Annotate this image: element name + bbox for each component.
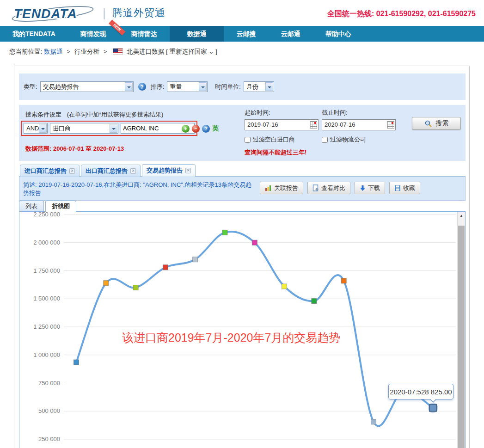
tab-line-chart-view[interactable]: 折线图	[45, 201, 76, 212]
filter-logistics-label: 过滤物流公司	[330, 135, 366, 144]
logo-divider: |	[103, 6, 106, 20]
filter-blank-label: 过滤空白进口商	[253, 135, 295, 144]
data-point-tooltip: 2020-07:528 825.00	[388, 384, 453, 399]
breadcrumb-separator: >	[104, 48, 107, 55]
tab-label: 进口商汇总报告	[25, 167, 67, 175]
trend-chart-area: 2 250 0002 000 0001 750 0001 500 0001 25…	[19, 211, 466, 448]
chevron-down-icon[interactable]	[265, 82, 273, 91]
query-interval-warning: 查询间隔不能超过三年!	[245, 148, 306, 157]
y-axis-tick: 750 000	[19, 380, 60, 387]
report-summary-bar: 简述: 2019-07-16-2020-07-16,在北美进口商: "AGRON…	[19, 177, 466, 201]
data-range-text: 数据范围: 2006-07-01 至 2020-07-13	[25, 145, 124, 153]
chevron-down-icon[interactable]	[125, 82, 133, 91]
search-condition-title: 搜索条件设定 (在单词中加*用以获得更多搜索结果)	[25, 110, 163, 119]
button-label: 关联报告	[274, 184, 298, 192]
nav-item-cloud-mail[interactable]: 云邮通	[269, 26, 313, 42]
start-date-group: 起始时间: 2019-07-16	[245, 109, 319, 130]
us-flag-icon	[113, 48, 123, 55]
summary-buttons: 关联报告 查看对比 下载	[260, 182, 420, 194]
filter-logistics: 过滤物流公司	[322, 135, 366, 144]
breadcrumb-link-industry[interactable]: 行业分析	[74, 48, 99, 55]
report-tab-strip: 进口商汇总报告 ✕ 出口商汇总报告 ✕ 交易趋势报告 ✕	[19, 164, 466, 177]
tab-trade-trend[interactable]: 交易趋势报告 ✕	[142, 164, 196, 177]
sort-value: 重量	[170, 83, 182, 90]
search-hint: (在单词中加*用以获得更多搜索结果)	[67, 111, 164, 118]
view-compare-button[interactable]: 查看对比	[307, 182, 350, 194]
language-toggle-button[interactable]: 英	[212, 124, 219, 133]
nav-item-help-center[interactable]: 帮助中心	[313, 26, 364, 42]
add-condition-icon[interactable]: +	[182, 125, 190, 133]
close-icon[interactable]: ✕	[130, 168, 136, 174]
calendar-icon[interactable]	[310, 121, 317, 129]
y-axis-tick: 2 250 000	[19, 211, 60, 218]
save-floppy-icon	[394, 185, 401, 191]
summary-label: 简述:	[23, 181, 37, 188]
tab-list-view[interactable]: 列表	[19, 201, 44, 211]
field-value: 进口商	[53, 125, 71, 132]
operator-select[interactable]: AND	[24, 123, 48, 134]
reselect-country-button[interactable]: [ 重新选择国家 ⌄ ]	[166, 48, 217, 55]
remove-condition-icon[interactable]: −	[192, 125, 200, 133]
main-nav: 我的TENDATA 商情发现 NEW 商情雷达 数据通 云邮搜 云邮通 帮助中心	[0, 26, 484, 42]
end-date-input[interactable]: 2020-07-16	[322, 119, 396, 130]
related-report-button[interactable]: 关联报告	[260, 182, 303, 194]
filter-blank-checkbox[interactable]	[245, 137, 251, 143]
nav-item-label: 商情发现	[80, 30, 106, 37]
scrollbar-thumb[interactable]	[458, 226, 465, 448]
nav-item-datatong[interactable]: 数据通	[170, 26, 224, 42]
close-icon[interactable]: ✕	[69, 168, 75, 174]
nav-item-my-tendata[interactable]: 我的TENDATA	[0, 26, 68, 42]
search-button[interactable]: 搜索	[412, 117, 461, 130]
start-date-input[interactable]: 2019-07-16	[245, 119, 319, 130]
filter-logistics-checkbox[interactable]	[322, 137, 328, 143]
condition-action-icons: + − ? 英	[182, 124, 219, 133]
chevron-down-icon[interactable]	[39, 124, 47, 133]
tab-label: 出口商汇总报告	[86, 167, 128, 175]
calendar-icon[interactable]	[387, 121, 394, 129]
y-axis-tick: 1 000 000	[19, 351, 60, 358]
breadcrumb-link-datatong[interactable]: 数据通	[44, 48, 63, 55]
time-unit-label: 时间单位:	[215, 83, 241, 91]
nav-item-discovery[interactable]: 商情发现 NEW	[68, 26, 119, 42]
search-condition-row: AND 进口商	[21, 121, 197, 136]
report-type-value: 交易趋势报告	[43, 83, 79, 90]
compare-document-icon	[312, 184, 319, 191]
start-date-label: 起始时间:	[245, 109, 319, 117]
related-report-chart-icon	[265, 185, 272, 191]
magnifier-icon	[424, 120, 432, 128]
report-summary-text: 简述: 2019-07-16-2020-07-16,在北美进口商: "AGRON…	[23, 181, 257, 197]
chevron-down-icon[interactable]	[110, 124, 117, 133]
logo[interactable]: TENDATA | 腾道外贸通	[10, 3, 165, 23]
field-select[interactable]: 进口商	[50, 123, 118, 134]
logo-text: TENDATA	[14, 6, 77, 21]
close-icon[interactable]: ✕	[185, 168, 191, 173]
help-icon[interactable]: ?	[138, 83, 146, 91]
tab-importer-summary[interactable]: 进口商汇总报告 ✕	[20, 165, 80, 177]
report-filter-panel: 类型: 交易趋势报告 ? 排序: 重量 时间单位: 月份	[19, 74, 466, 100]
time-unit-select[interactable]: 月份	[244, 81, 274, 92]
tab-label: 交易趋势报告	[147, 166, 183, 175]
nav-item-radar[interactable]: 商情雷达	[119, 26, 170, 42]
breadcrumb-label: 您当前位置:	[9, 48, 42, 55]
download-button[interactable]: 下载	[355, 182, 385, 194]
help-icon[interactable]: ?	[202, 125, 210, 133]
search-title: 搜索条件设定	[25, 111, 61, 118]
type-label: 类型:	[24, 83, 37, 91]
favorite-button[interactable]: 收藏	[389, 182, 420, 194]
operator-value: AND	[26, 125, 39, 132]
filter-blank-importer: 过滤空白进口商	[245, 135, 295, 144]
scroll-up-arrow-icon[interactable]: ▲	[458, 212, 465, 220]
y-axis-tick: 500 000	[19, 407, 60, 414]
tab-exporter-summary[interactable]: 出口商汇总报告 ✕	[81, 165, 141, 177]
y-axis-tick: 1 500 000	[19, 295, 60, 302]
nav-item-cloud-mail-search[interactable]: 云邮搜	[224, 26, 269, 42]
report-type-select[interactable]: 交易趋势报告	[40, 81, 134, 92]
brand-name: 腾道外贸通	[112, 6, 165, 20]
sort-select[interactable]: 重量	[167, 81, 208, 92]
end-date-group: 截止时间: 2020-07-16	[322, 109, 396, 130]
chart-annotation: 该进口商2019年7月-2020年7月的交易趋势	[122, 330, 340, 345]
chevron-down-icon[interactable]	[199, 82, 207, 91]
y-axis-tick: 1 250 000	[19, 323, 60, 330]
chart-scrollbar[interactable]: ▲	[457, 212, 465, 448]
tendata-logo-icon: TENDATA	[10, 3, 98, 23]
